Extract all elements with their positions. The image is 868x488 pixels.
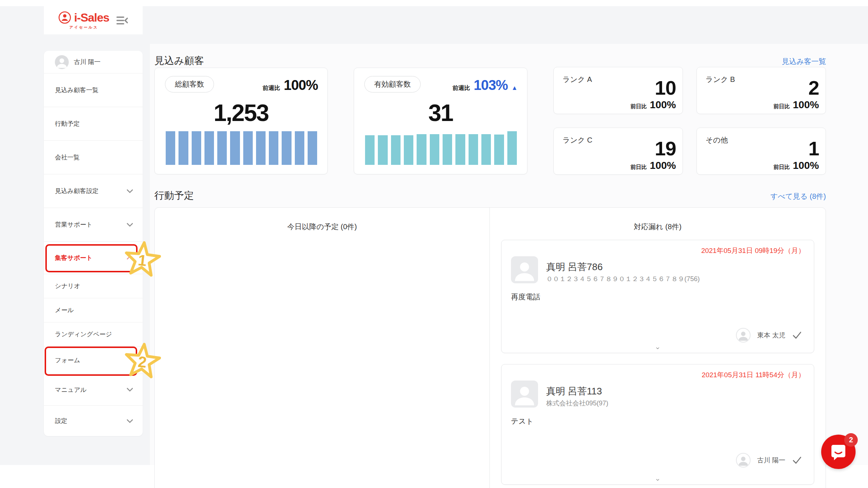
wow-label: 前週比: [452, 84, 470, 92]
brand-katakana: アイセールス: [69, 25, 98, 30]
rank-c-value: 19: [655, 138, 676, 159]
sidebar-item-action-schedule[interactable]: 行動予定: [44, 107, 143, 140]
sidebar-item-prospect-settings[interactable]: 見込み顧客設定: [44, 174, 143, 208]
chart-bar: [192, 131, 201, 165]
chevron-down-icon: [127, 419, 133, 423]
active-customers-value: 31: [354, 99, 527, 126]
chat-bubble-icon: [830, 443, 847, 461]
chart-bar: [269, 131, 278, 165]
sidebar-item-company-list[interactable]: 会社一覧: [44, 140, 143, 174]
brand-wordmark: i-Sales: [74, 11, 109, 24]
contact-avatar-icon: [511, 381, 538, 408]
rank-a-value: 10: [655, 77, 676, 98]
chevron-down-icon: [127, 388, 133, 392]
chevron-down-icon: [127, 189, 133, 193]
sidebar-item-settings[interactable]: 設定: [44, 405, 143, 436]
sidebar-user: 古川 陽一: [44, 51, 143, 73]
chart-bar: [430, 134, 439, 165]
task-note: 再度電話: [511, 292, 540, 302]
chevron-down-icon: [127, 223, 133, 227]
complete-check-icon[interactable]: [792, 331, 802, 340]
user-name: 古川 陽一: [74, 58, 101, 66]
chart-bar: [295, 131, 304, 165]
chart-bar: [507, 131, 517, 165]
chart-bar: [404, 135, 413, 165]
complete-check-icon[interactable]: [792, 456, 802, 465]
trend-up-icon: ▲: [511, 84, 518, 92]
total-customers-card: 総顧客数 前週比 100% 1,253: [154, 68, 328, 174]
task-note: テスト: [511, 416, 533, 426]
chart-bar: [217, 131, 227, 165]
sidebar-item-scenario[interactable]: シナリオ: [44, 274, 143, 298]
sidebar-item-sales-support[interactable]: 営業サポート: [44, 208, 143, 241]
rank-other-value: 1: [808, 138, 819, 159]
task-datetime: 2021年05月31日 11時54分（月）: [702, 370, 805, 380]
chart-bar: [417, 134, 426, 165]
assignee-avatar-icon: [736, 328, 751, 343]
missed-column: 対応漏れ (8件) 2021年05月31日 09時19分（月） 真明 呂菩786…: [490, 208, 826, 488]
rank-b-value: 2: [808, 77, 819, 98]
rank-b-card: ランク B 2 前日比100%: [696, 67, 826, 114]
chart-bar: [378, 135, 387, 165]
assignee-name: 古川 陽一: [757, 456, 785, 465]
sidebar-item-form[interactable]: フォーム: [44, 346, 143, 374]
sidebar-item-prospect-list[interactable]: 見込み顧客一覧: [44, 73, 143, 107]
chart-bar: [282, 131, 291, 165]
chat-widget-button[interactable]: 2: [821, 435, 856, 469]
contact-detail: ００１２３４５６７８９０１２３４５６７８９(756): [546, 275, 700, 283]
chart-bar: [455, 134, 465, 165]
expand-chevron-down-icon[interactable]: [653, 477, 662, 482]
chart-bar: [494, 135, 504, 165]
chat-unread-badge: 2: [844, 433, 858, 447]
chevron-up-icon: [127, 256, 133, 260]
assignee-name: 東本 太児: [757, 331, 785, 340]
missed-header: 対応漏れ (8件): [490, 222, 826, 232]
sidebar-collapse-icon[interactable]: [116, 16, 128, 25]
sidebar-item-manual[interactable]: マニュアル: [44, 374, 143, 405]
task-card: 2021年05月31日 09時19分（月） 真明 呂菩786 ００１２３４５６７…: [501, 240, 814, 353]
total-customers-badge: 総顧客数: [165, 76, 214, 92]
rank-a-card: ランク A 10 前日比100%: [553, 67, 683, 114]
task-card: 2021年05月31日 11時54分（月） 真明 呂菩113 株式会社会社095…: [501, 364, 814, 485]
rank-other-card: その他 1 前日比100%: [696, 128, 826, 175]
chart-bar: [204, 131, 214, 165]
logo-panel: i-Sales アイセールス: [44, 6, 143, 34]
schedule-panel: 今日以降の予定 (0件) 対応漏れ (8件) 2021年05月31日 09時19…: [154, 207, 826, 488]
see-all-link[interactable]: すべて見る (8件): [770, 192, 826, 201]
active-customers-card: 有効顧客数 前週比 103% ▲ 31: [354, 68, 527, 174]
chart-bar: [243, 131, 253, 165]
chart-bar: [179, 131, 188, 165]
chart-bar: [365, 135, 375, 165]
sidebar-item-mail[interactable]: メール: [44, 298, 143, 322]
rank-c-card: ランク C 19 前日比100%: [553, 128, 683, 175]
contact-name: 真明 呂菩113: [546, 385, 602, 398]
sidebar-item-landing-page[interactable]: ランディングページ: [44, 322, 143, 346]
prospects-section-title: 見込み顧客: [154, 54, 204, 67]
chart-bar: [166, 131, 175, 165]
chart-bar: [469, 134, 478, 165]
contact-detail: 株式会社会社095(97): [546, 399, 608, 408]
chart-bar: [256, 131, 266, 165]
user-avatar-icon: [55, 55, 69, 69]
wow-value: 103%: [474, 77, 508, 93]
chart-bar: [308, 131, 317, 165]
total-customers-value: 1,253: [155, 99, 327, 126]
top-strip: [0, 0, 868, 6]
upcoming-header: 今日以降の予定 (0件): [155, 222, 489, 232]
prospect-list-link[interactable]: 見込み客一覧: [782, 57, 826, 67]
assignee-avatar-icon: [736, 453, 751, 468]
upcoming-column: 今日以降の予定 (0件): [155, 208, 490, 488]
total-customers-bar-chart: [166, 131, 317, 165]
chart-bar: [230, 131, 240, 165]
active-customers-badge: 有効顧客数: [364, 76, 421, 92]
sidebar-item-marketing-support[interactable]: 集客サポート: [44, 241, 143, 274]
app-logo: i-Sales アイセールス: [58, 11, 109, 30]
schedule-section-title: 行動予定: [154, 189, 194, 202]
chart-bar: [443, 134, 452, 165]
chart-bar: [391, 135, 401, 165]
expand-chevron-down-icon[interactable]: [653, 346, 662, 351]
contact-avatar-icon: [511, 256, 538, 283]
wow-value: 100%: [284, 77, 318, 93]
active-customers-bar-chart: [365, 131, 517, 165]
chart-bar: [481, 134, 491, 165]
